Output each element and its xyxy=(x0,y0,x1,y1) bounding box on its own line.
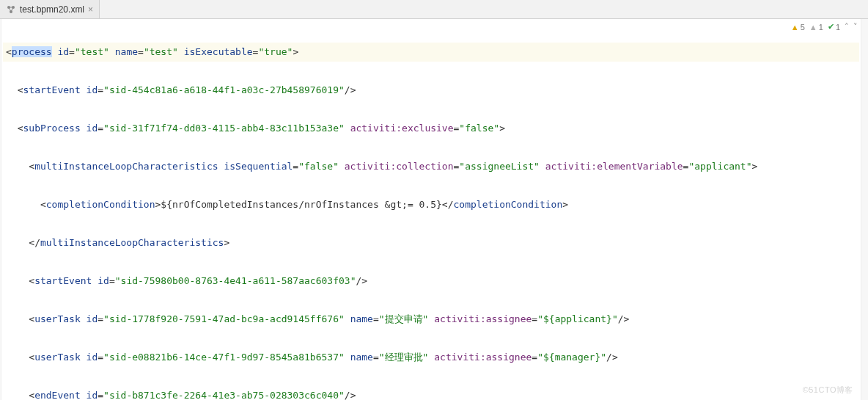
code-line[interactable]: </multiInstanceLoopCharacteristics> xyxy=(3,233,859,252)
code-line[interactable]: <userTask id="sid-1778f920-7591-47ad-bc9… xyxy=(3,310,859,329)
code-line[interactable]: <multiInstanceLoopCharacteristics isSequ… xyxy=(3,157,859,176)
file-tab-label: test.bpmn20.xml xyxy=(20,4,84,15)
code-line[interactable]: <startEvent id="sid-75980b00-8763-4e41-a… xyxy=(3,272,859,291)
code-line[interactable]: <startEvent id="sid-454c81a6-a618-44f1-a… xyxy=(3,81,859,100)
close-icon[interactable]: × xyxy=(88,4,93,15)
editor-area: ▲5 ▲1 ✔1 ˄ ˅ <process id="test" name="te… xyxy=(0,19,868,400)
code-line[interactable]: <subProcess id="sid-31f71f74-dd03-4115-a… xyxy=(3,119,859,138)
code-line[interactable]: <endEvent id="sid-b871c3fe-2264-41e3-ab7… xyxy=(3,386,859,400)
watermark: ©51CTO博客 xyxy=(803,385,853,396)
file-tab[interactable]: test.bpmn20.xml × xyxy=(0,0,100,18)
xml-file-icon xyxy=(6,4,16,15)
code-line[interactable]: <userTask id="sid-e08821b6-14ce-47f1-9d9… xyxy=(3,348,859,367)
code-line[interactable]: <process id="test" name="test" isExecuta… xyxy=(3,43,859,62)
code-line[interactable]: <completionCondition>${nrOfCompletedInst… xyxy=(3,195,859,214)
editor-tabbar: test.bpmn20.xml × xyxy=(0,0,868,19)
error-stripe[interactable] xyxy=(861,19,868,400)
code-editor[interactable]: <process id="test" name="test" isExecuta… xyxy=(3,19,859,400)
gutter xyxy=(0,19,1,400)
